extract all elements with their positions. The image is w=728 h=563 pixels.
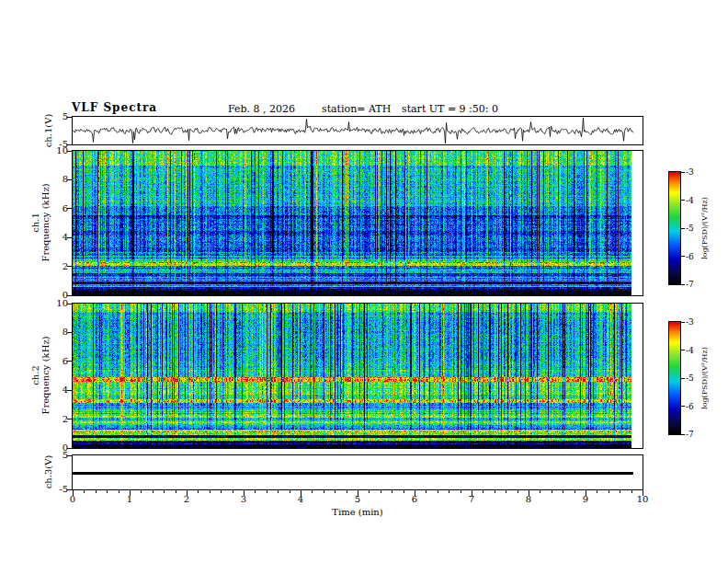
ch1-colorbar-tick-mark	[681, 256, 685, 257]
ch3-wave-y-tick-mark	[67, 489, 72, 490]
x-minor-tick-mark	[438, 490, 438, 493]
ch2-spec-y-tick-mark	[67, 419, 72, 419]
station-label: station= ATH	[322, 103, 391, 115]
ch1-spec-y-tick-label: 4	[50, 233, 68, 242]
x-tick-mark	[415, 490, 415, 496]
ch1-spec-y-tick-mark	[67, 179, 72, 180]
x-minor-tick-mark	[233, 490, 233, 493]
ch2-colorbar-canvas	[669, 322, 680, 434]
ch1-colorbar-tick-mark	[681, 172, 685, 173]
x-minor-tick-mark	[381, 490, 381, 493]
x-minor-tick-mark	[84, 490, 85, 493]
ch2-colorbar-tick-mark	[681, 378, 685, 379]
x-minor-tick-mark	[449, 490, 449, 493]
x-minor-tick-mark	[198, 490, 199, 493]
ch2-colorbar-tick-label: -3	[686, 317, 702, 327]
ch2-colorbar-tick-label: -5	[686, 373, 702, 383]
x-minor-tick-mark	[119, 490, 119, 493]
x-tick-mark	[643, 490, 643, 496]
x-minor-tick-mark	[483, 490, 483, 493]
x-tick-mark	[244, 490, 245, 496]
ch2-spec-y-tick-label: 10	[50, 299, 68, 308]
ch2-spec-y-tick-mark	[67, 361, 72, 362]
x-minor-tick-mark	[404, 490, 404, 493]
ch2-spec-y-tick-label: 4	[50, 385, 68, 395]
ch3-waveform-canvas	[73, 455, 643, 489]
ch2-spec-y-tick-mark	[67, 332, 72, 333]
ch2-spec-y-tick-label: 8	[50, 327, 68, 337]
ch1-spec-y-tick-mark	[67, 295, 72, 296]
ch2-colorbar-tick-label: -4	[686, 346, 702, 355]
ch1-frequency-axis-label: ch.1 Frequency (kHz)	[30, 183, 51, 261]
ch2-spec-y-tick-label: 6	[50, 357, 68, 366]
ch1-frequency-label: Frequency (kHz)	[40, 183, 51, 261]
x-tick-mark	[187, 490, 188, 496]
x-tick-mark	[301, 490, 301, 496]
ch2-colorbar-tick-mark	[681, 322, 685, 323]
x-minor-tick-mark	[369, 490, 370, 493]
ch1-colorbar	[668, 171, 681, 285]
x-minor-tick-mark	[210, 490, 210, 493]
ch1-spectrogram-panel	[72, 150, 643, 296]
ch2-channel-label: ch.2	[30, 336, 40, 414]
ch1-wave-y-tick-mark	[67, 144, 72, 145]
ch2-spec-y-tick-label: 2	[50, 415, 68, 424]
ch1-colorbar-tick-label: -6	[686, 252, 702, 261]
ch1-wave-y-tick-label: -5	[50, 140, 68, 149]
ch2-colorbar-tick-mark	[681, 350, 685, 350]
x-minor-tick-mark	[461, 490, 461, 493]
ch1-spec-y-tick-label: 8	[50, 175, 68, 184]
ch3-waveform-panel	[72, 454, 643, 490]
ch3-voltage-axis-label: ch.3(V)	[43, 455, 53, 489]
x-minor-tick-mark	[620, 490, 620, 493]
figure-title: VLF Spectra	[72, 101, 157, 114]
x-minor-tick-mark	[278, 490, 279, 493]
ch2-colorbar-tick-label: -6	[686, 402, 702, 411]
x-minor-tick-mark	[290, 490, 290, 493]
x-minor-tick-mark	[335, 490, 336, 493]
x-minor-tick-mark	[426, 490, 427, 493]
ch2-spectrogram-panel	[72, 303, 643, 449]
ch2-frequency-label: Frequency (kHz)	[40, 336, 51, 414]
ch1-spec-y-tick-mark	[67, 208, 72, 209]
ch3-wave-y-tick-label: 5	[50, 451, 68, 460]
ch2-colorbar-tick-mark	[681, 434, 685, 435]
x-minor-tick-mark	[518, 490, 518, 493]
x-minor-tick-mark	[597, 490, 597, 493]
x-minor-tick-mark	[141, 490, 142, 493]
start-ut-label: start UT = 9 :50: 0	[402, 103, 498, 115]
ch1-spec-y-tick-label: 6	[50, 204, 68, 213]
x-minor-tick-mark	[267, 490, 267, 493]
x-minor-tick-mark	[221, 490, 222, 493]
x-minor-tick-mark	[164, 490, 165, 493]
x-minor-tick-mark	[96, 490, 97, 493]
ch1-colorbar-tick-label: -3	[686, 167, 702, 177]
x-minor-tick-mark	[631, 490, 632, 493]
date-label: Feb. 8 , 2026	[228, 103, 295, 115]
ch1-spectrogram-canvas	[73, 151, 643, 295]
x-minor-tick-mark	[176, 490, 176, 493]
ch1-waveform-canvas	[73, 117, 643, 144]
x-axis-label: Time (min)	[284, 507, 431, 517]
ch1-colorbar-tick-label: -5	[686, 224, 702, 233]
vlf-spectra-figure: VLF Spectra Feb. 8 , 2026 station= ATH s…	[0, 0, 728, 563]
ch1-colorbar-tick-mark	[681, 228, 685, 229]
ch2-spec-y-tick-mark	[67, 448, 72, 449]
x-minor-tick-mark	[506, 490, 506, 493]
x-minor-tick-mark	[153, 490, 154, 493]
ch1-colorbar-tick-label: -7	[686, 280, 702, 289]
ch1-wave-y-tick-mark	[67, 117, 72, 118]
x-minor-tick-mark	[563, 490, 563, 493]
x-tick-mark	[586, 490, 586, 496]
x-minor-tick-mark	[495, 490, 495, 493]
ch1-spec-y-tick-mark	[67, 266, 72, 267]
x-minor-tick-mark	[574, 490, 575, 493]
x-minor-tick-mark	[609, 490, 609, 493]
ch2-frequency-axis-label: ch.2 Frequency (kHz)	[30, 336, 51, 414]
ch1-waveform-panel	[72, 116, 643, 145]
x-tick-mark	[472, 490, 472, 496]
ch2-spec-y-tick-mark	[67, 390, 72, 391]
ch2-colorbar-tick-mark	[681, 406, 685, 407]
ch2-colorbar-tick-label: -7	[686, 430, 702, 439]
x-tick-mark	[130, 490, 131, 496]
